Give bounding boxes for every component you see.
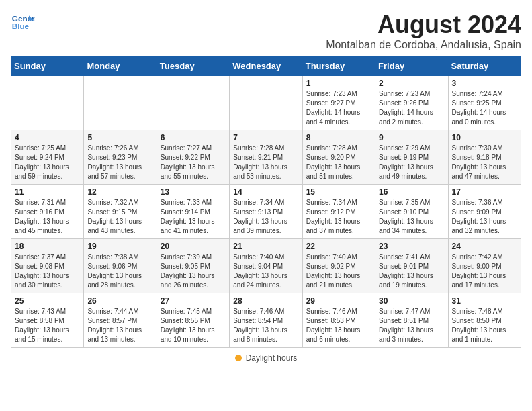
calendar-cell: 22Sunrise: 7:40 AM Sunset: 9:02 PM Dayli… — [302, 239, 375, 293]
day-info: Sunrise: 7:24 AM Sunset: 9:25 PM Dayligh… — [452, 89, 517, 127]
day-number: 9 — [379, 133, 444, 142]
day-info: Sunrise: 7:44 AM Sunset: 8:57 PM Dayligh… — [87, 307, 152, 345]
day-number: 28 — [233, 296, 298, 306]
calendar-cell: 5Sunrise: 7:26 AM Sunset: 9:23 PM Daylig… — [84, 130, 157, 185]
day-info: Sunrise: 7:40 AM Sunset: 9:02 PM Dayligh… — [306, 253, 371, 290]
calendar-cell: 14Sunrise: 7:34 AM Sunset: 9:13 PM Dayli… — [230, 185, 302, 239]
day-info: Sunrise: 7:37 AM Sunset: 9:08 PM Dayligh… — [15, 253, 80, 290]
calendar-week-5: 25Sunrise: 7:43 AM Sunset: 8:58 PM Dayli… — [11, 293, 521, 348]
calendar-cell: 9Sunrise: 7:29 AM Sunset: 9:19 PM Daylig… — [375, 130, 448, 185]
day-number: 18 — [15, 242, 80, 251]
calendar-week-4: 18Sunrise: 7:37 AM Sunset: 9:08 PM Dayli… — [11, 239, 521, 293]
calendar-cell: 3Sunrise: 7:24 AM Sunset: 9:25 PM Daylig… — [448, 76, 521, 130]
calendar-cell — [157, 76, 229, 130]
calendar-cell: 27Sunrise: 7:45 AM Sunset: 8:55 PM Dayli… — [157, 293, 229, 348]
calendar-week-2: 4Sunrise: 7:25 AM Sunset: 9:24 PM Daylig… — [11, 130, 521, 185]
calendar-cell: 8Sunrise: 7:28 AM Sunset: 9:20 PM Daylig… — [302, 130, 375, 185]
calendar-cell: 11Sunrise: 7:31 AM Sunset: 9:16 PM Dayli… — [11, 185, 84, 239]
day-info: Sunrise: 7:30 AM Sunset: 9:18 PM Dayligh… — [452, 144, 517, 181]
calendar-header-tuesday: Tuesday — [157, 57, 229, 76]
daylight-legend-label: Daylight hours — [246, 353, 298, 363]
calendar-cell: 10Sunrise: 7:30 AM Sunset: 9:18 PM Dayli… — [448, 130, 521, 185]
calendar-header-saturday: Saturday — [448, 57, 521, 76]
day-info: Sunrise: 7:38 AM Sunset: 9:06 PM Dayligh… — [87, 253, 152, 290]
calendar-header-sunday: Sunday — [11, 57, 84, 76]
daylight-legend-dot — [235, 355, 242, 361]
day-number: 6 — [161, 133, 226, 142]
calendar-header-wednesday: Wednesday — [230, 57, 302, 76]
day-info: Sunrise: 7:29 AM Sunset: 9:19 PM Dayligh… — [379, 144, 444, 181]
day-number: 26 — [87, 296, 152, 306]
calendar-table: SundayMondayTuesdayWednesdayThursdayFrid… — [11, 56, 521, 348]
calendar-header-thursday: Thursday — [302, 57, 375, 76]
day-number: 2 — [379, 79, 444, 88]
subtitle: Montalban de Cordoba, Andalusia, Spain — [326, 39, 521, 51]
calendar-cell: 4Sunrise: 7:25 AM Sunset: 9:24 PM Daylig… — [11, 130, 84, 185]
daylight-legend-item: Daylight hours — [235, 353, 298, 363]
calendar-header-row: SundayMondayTuesdayWednesdayThursdayFrid… — [11, 57, 521, 76]
day-info: Sunrise: 7:35 AM Sunset: 9:10 PM Dayligh… — [379, 198, 444, 236]
day-number: 4 — [15, 133, 80, 142]
day-info: Sunrise: 7:33 AM Sunset: 9:14 PM Dayligh… — [161, 198, 226, 236]
day-number: 12 — [87, 187, 152, 197]
calendar-cell — [84, 76, 157, 130]
calendar-body: 1Sunrise: 7:23 AM Sunset: 9:27 PM Daylig… — [11, 76, 521, 348]
calendar-cell: 15Sunrise: 7:34 AM Sunset: 9:12 PM Dayli… — [302, 185, 375, 239]
day-info: Sunrise: 7:34 AM Sunset: 9:13 PM Dayligh… — [233, 198, 298, 236]
day-info: Sunrise: 7:34 AM Sunset: 9:12 PM Dayligh… — [306, 198, 371, 236]
calendar-header-monday: Monday — [84, 57, 157, 76]
calendar-cell: 13Sunrise: 7:33 AM Sunset: 9:14 PM Dayli… — [157, 185, 229, 239]
day-info: Sunrise: 7:28 AM Sunset: 9:20 PM Dayligh… — [306, 144, 371, 181]
page-header: General Blue August 2024 Montalban de Co… — [11, 11, 521, 51]
day-number: 7 — [233, 133, 298, 142]
day-number: 3 — [452, 79, 517, 88]
day-info: Sunrise: 7:28 AM Sunset: 9:21 PM Dayligh… — [233, 144, 298, 181]
calendar-cell: 21Sunrise: 7:40 AM Sunset: 9:04 PM Dayli… — [230, 239, 302, 293]
main-title: August 2024 — [326, 11, 521, 39]
day-number: 30 — [379, 296, 444, 306]
day-info: Sunrise: 7:32 AM Sunset: 9:15 PM Dayligh… — [87, 198, 152, 236]
calendar-header-friday: Friday — [375, 57, 448, 76]
calendar-cell: 31Sunrise: 7:48 AM Sunset: 8:50 PM Dayli… — [448, 293, 521, 348]
day-number: 14 — [233, 187, 298, 197]
day-info: Sunrise: 7:23 AM Sunset: 9:26 PM Dayligh… — [379, 89, 444, 127]
day-number: 11 — [15, 187, 80, 197]
day-info: Sunrise: 7:31 AM Sunset: 9:16 PM Dayligh… — [15, 198, 80, 236]
day-number: 13 — [161, 187, 226, 197]
calendar-cell: 16Sunrise: 7:35 AM Sunset: 9:10 PM Dayli… — [375, 185, 448, 239]
day-info: Sunrise: 7:41 AM Sunset: 9:01 PM Dayligh… — [379, 253, 444, 290]
calendar-cell: 28Sunrise: 7:46 AM Sunset: 8:54 PM Dayli… — [230, 293, 302, 348]
logo: General Blue — [11, 11, 35, 35]
day-number: 17 — [452, 187, 517, 197]
calendar-cell: 1Sunrise: 7:23 AM Sunset: 9:27 PM Daylig… — [302, 76, 375, 130]
svg-text:Blue: Blue — [12, 21, 30, 30]
day-number: 5 — [87, 133, 152, 142]
calendar-week-1: 1Sunrise: 7:23 AM Sunset: 9:27 PM Daylig… — [11, 76, 521, 130]
day-number: 1 — [306, 79, 371, 88]
day-info: Sunrise: 7:45 AM Sunset: 8:55 PM Dayligh… — [161, 307, 226, 345]
day-info: Sunrise: 7:23 AM Sunset: 9:27 PM Dayligh… — [306, 89, 371, 127]
calendar-week-3: 11Sunrise: 7:31 AM Sunset: 9:16 PM Dayli… — [11, 185, 521, 239]
calendar-cell: 17Sunrise: 7:36 AM Sunset: 9:09 PM Dayli… — [448, 185, 521, 239]
day-number: 19 — [87, 242, 152, 251]
day-info: Sunrise: 7:48 AM Sunset: 8:50 PM Dayligh… — [452, 307, 517, 345]
calendar-cell — [11, 76, 84, 130]
day-info: Sunrise: 7:36 AM Sunset: 9:09 PM Dayligh… — [452, 198, 517, 236]
calendar-cell: 2Sunrise: 7:23 AM Sunset: 9:26 PM Daylig… — [375, 76, 448, 130]
day-number: 24 — [452, 242, 517, 251]
day-info: Sunrise: 7:26 AM Sunset: 9:23 PM Dayligh… — [87, 144, 152, 181]
day-number: 16 — [379, 187, 444, 197]
day-number: 8 — [306, 133, 371, 142]
day-info: Sunrise: 7:46 AM Sunset: 8:53 PM Dayligh… — [306, 307, 371, 345]
calendar-cell: 12Sunrise: 7:32 AM Sunset: 9:15 PM Dayli… — [84, 185, 157, 239]
calendar-cell: 25Sunrise: 7:43 AM Sunset: 8:58 PM Dayli… — [11, 293, 84, 348]
day-info: Sunrise: 7:25 AM Sunset: 9:24 PM Dayligh… — [15, 144, 80, 181]
day-number: 10 — [452, 133, 517, 142]
day-number: 27 — [161, 296, 226, 306]
calendar-cell: 18Sunrise: 7:37 AM Sunset: 9:08 PM Dayli… — [11, 239, 84, 293]
day-info: Sunrise: 7:47 AM Sunset: 8:51 PM Dayligh… — [379, 307, 444, 345]
calendar-cell: 26Sunrise: 7:44 AM Sunset: 8:57 PM Dayli… — [84, 293, 157, 348]
day-info: Sunrise: 7:40 AM Sunset: 9:04 PM Dayligh… — [233, 253, 298, 290]
day-number: 25 — [15, 296, 80, 306]
day-number: 31 — [452, 296, 517, 306]
